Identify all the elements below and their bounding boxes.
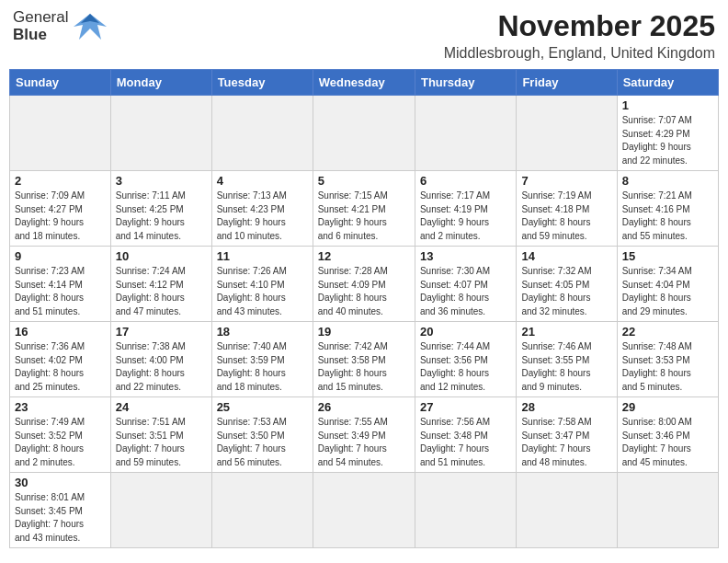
day-info: Sunrise: 7:15 AM Sunset: 4:21 PM Dayligh…: [318, 190, 410, 243]
logo-general: General: [13, 9, 68, 27]
header: General Blue November 2025 Middlesbrough…: [9, 9, 719, 62]
day-info: Sunrise: 7:56 AM Sunset: 3:48 PM Dayligh…: [420, 416, 511, 469]
weekday-header-sunday: Sunday: [10, 70, 111, 96]
calendar-cell: [415, 473, 516, 548]
calendar-cell: [313, 96, 415, 171]
calendar-cell: 7Sunrise: 7:19 AM Sunset: 4:18 PM Daylig…: [517, 171, 617, 247]
day-info: Sunrise: 8:00 AM Sunset: 3:46 PM Dayligh…: [622, 416, 713, 469]
day-number: 3: [116, 174, 207, 188]
day-info: Sunrise: 8:01 AM Sunset: 3:45 PM Dayligh…: [15, 491, 106, 545]
calendar-cell: 11Sunrise: 7:26 AM Sunset: 4:10 PM Dayli…: [211, 247, 313, 322]
day-number: 18: [217, 325, 308, 339]
calendar-cell: 20Sunrise: 7:44 AM Sunset: 3:56 PM Dayli…: [415, 322, 516, 397]
day-number: 2: [15, 174, 106, 188]
calendar-cell: 28Sunrise: 7:58 AM Sunset: 3:47 PM Dayli…: [517, 397, 617, 473]
calendar-cell: 25Sunrise: 7:53 AM Sunset: 3:50 PM Dayli…: [211, 397, 313, 473]
day-number: 24: [116, 400, 207, 414]
day-number: 8: [622, 174, 713, 188]
day-number: 13: [420, 249, 511, 263]
calendar-cell: 13Sunrise: 7:30 AM Sunset: 4:07 PM Dayli…: [415, 247, 516, 322]
day-number: 21: [521, 325, 611, 339]
calendar-cell: 27Sunrise: 7:56 AM Sunset: 3:48 PM Dayli…: [415, 397, 516, 473]
calendar-cell: 10Sunrise: 7:24 AM Sunset: 4:12 PM Dayli…: [110, 247, 211, 322]
day-number: 19: [318, 325, 410, 339]
calendar-cell: 14Sunrise: 7:32 AM Sunset: 4:05 PM Dayli…: [517, 247, 617, 322]
day-info: Sunrise: 7:11 AM Sunset: 4:25 PM Dayligh…: [116, 190, 207, 243]
calendar-cell: [517, 96, 617, 171]
week-row-6: 30Sunrise: 8:01 AM Sunset: 3:45 PM Dayli…: [10, 473, 719, 548]
calendar-cell: 18Sunrise: 7:40 AM Sunset: 3:59 PM Dayli…: [211, 322, 313, 397]
calendar-cell: 12Sunrise: 7:28 AM Sunset: 4:09 PM Dayli…: [313, 247, 415, 322]
day-number: 16: [15, 325, 106, 339]
weekday-header-saturday: Saturday: [617, 70, 718, 96]
day-info: Sunrise: 7:55 AM Sunset: 3:49 PM Dayligh…: [318, 416, 410, 469]
weekday-header-tuesday: Tuesday: [211, 70, 313, 96]
calendar-cell: 9Sunrise: 7:23 AM Sunset: 4:14 PM Daylig…: [10, 247, 111, 322]
calendar-cell: [415, 96, 516, 171]
day-number: 11: [217, 249, 308, 263]
calendar-cell: [617, 473, 718, 548]
day-info: Sunrise: 7:30 AM Sunset: 4:07 PM Dayligh…: [420, 265, 511, 318]
calendar-cell: 29Sunrise: 8:00 AM Sunset: 3:46 PM Dayli…: [617, 397, 718, 473]
logo-blue: Blue: [13, 27, 68, 44]
day-info: Sunrise: 7:26 AM Sunset: 4:10 PM Dayligh…: [217, 265, 308, 318]
calendar-cell: 4Sunrise: 7:13 AM Sunset: 4:23 PM Daylig…: [211, 171, 313, 247]
logo: General Blue: [13, 9, 108, 43]
calendar-cell: 15Sunrise: 7:34 AM Sunset: 4:04 PM Dayli…: [617, 247, 718, 322]
day-info: Sunrise: 7:42 AM Sunset: 3:58 PM Dayligh…: [318, 340, 410, 394]
calendar-cell: 21Sunrise: 7:46 AM Sunset: 3:55 PM Dayli…: [517, 322, 617, 397]
calendar-cell: 1Sunrise: 7:07 AM Sunset: 4:29 PM Daylig…: [617, 96, 718, 171]
day-info: Sunrise: 7:07 AM Sunset: 4:29 PM Dayligh…: [622, 114, 713, 167]
day-number: 23: [15, 400, 106, 414]
calendar-cell: 17Sunrise: 7:38 AM Sunset: 4:00 PM Dayli…: [110, 322, 211, 397]
day-number: 30: [15, 476, 106, 489]
week-row-4: 16Sunrise: 7:36 AM Sunset: 4:02 PM Dayli…: [10, 322, 719, 397]
calendar-cell: 2Sunrise: 7:09 AM Sunset: 4:27 PM Daylig…: [10, 171, 111, 247]
calendar-cell: 5Sunrise: 7:15 AM Sunset: 4:21 PM Daylig…: [313, 171, 415, 247]
day-info: Sunrise: 7:48 AM Sunset: 3:53 PM Dayligh…: [622, 340, 713, 394]
calendar: SundayMondayTuesdayWednesdayThursdayFrid…: [9, 69, 719, 548]
logo-bird-icon: [72, 10, 108, 43]
day-number: 4: [217, 174, 308, 188]
calendar-cell: 8Sunrise: 7:21 AM Sunset: 4:16 PM Daylig…: [617, 171, 718, 247]
day-number: 10: [116, 249, 207, 263]
calendar-cell: [211, 96, 313, 171]
day-info: Sunrise: 7:17 AM Sunset: 4:19 PM Dayligh…: [420, 190, 511, 243]
day-info: Sunrise: 7:13 AM Sunset: 4:23 PM Dayligh…: [217, 190, 308, 243]
day-info: Sunrise: 7:58 AM Sunset: 3:47 PM Dayligh…: [521, 416, 611, 469]
calendar-cell: [10, 96, 111, 171]
day-number: 25: [217, 400, 308, 414]
calendar-cell: 30Sunrise: 8:01 AM Sunset: 3:45 PM Dayli…: [10, 473, 111, 548]
day-info: Sunrise: 7:28 AM Sunset: 4:09 PM Dayligh…: [318, 265, 410, 318]
weekday-header-wednesday: Wednesday: [313, 70, 415, 96]
location: Middlesbrough, England, United Kingdom: [444, 45, 715, 62]
day-info: Sunrise: 7:36 AM Sunset: 4:02 PM Dayligh…: [15, 340, 106, 394]
day-info: Sunrise: 7:32 AM Sunset: 4:05 PM Dayligh…: [521, 265, 611, 318]
calendar-cell: [517, 473, 617, 548]
day-number: 14: [521, 249, 611, 263]
day-info: Sunrise: 7:40 AM Sunset: 3:59 PM Dayligh…: [217, 340, 308, 394]
day-info: Sunrise: 7:46 AM Sunset: 3:55 PM Dayligh…: [521, 340, 611, 394]
calendar-cell: 3Sunrise: 7:11 AM Sunset: 4:25 PM Daylig…: [110, 171, 211, 247]
calendar-cell: [110, 96, 211, 171]
weekday-header-friday: Friday: [517, 70, 617, 96]
weekday-header-thursday: Thursday: [415, 70, 516, 96]
calendar-cell: [110, 473, 211, 548]
day-number: 28: [521, 400, 611, 414]
week-row-3: 9Sunrise: 7:23 AM Sunset: 4:14 PM Daylig…: [10, 247, 719, 322]
day-info: Sunrise: 7:24 AM Sunset: 4:12 PM Dayligh…: [116, 265, 207, 318]
day-number: 17: [116, 325, 207, 339]
day-number: 6: [420, 174, 511, 188]
calendar-cell: 23Sunrise: 7:49 AM Sunset: 3:52 PM Dayli…: [10, 397, 111, 473]
calendar-cell: 16Sunrise: 7:36 AM Sunset: 4:02 PM Dayli…: [10, 322, 111, 397]
calendar-cell: 6Sunrise: 7:17 AM Sunset: 4:19 PM Daylig…: [415, 171, 516, 247]
day-number: 12: [318, 249, 410, 263]
day-info: Sunrise: 7:21 AM Sunset: 4:16 PM Dayligh…: [622, 190, 713, 243]
day-number: 9: [15, 249, 106, 263]
day-info: Sunrise: 7:19 AM Sunset: 4:18 PM Dayligh…: [521, 190, 611, 243]
day-info: Sunrise: 7:51 AM Sunset: 3:51 PM Dayligh…: [116, 416, 207, 469]
day-number: 22: [622, 325, 713, 339]
day-info: Sunrise: 7:53 AM Sunset: 3:50 PM Dayligh…: [217, 416, 308, 469]
week-row-2: 2Sunrise: 7:09 AM Sunset: 4:27 PM Daylig…: [10, 171, 719, 247]
day-info: Sunrise: 7:49 AM Sunset: 3:52 PM Dayligh…: [15, 416, 106, 469]
